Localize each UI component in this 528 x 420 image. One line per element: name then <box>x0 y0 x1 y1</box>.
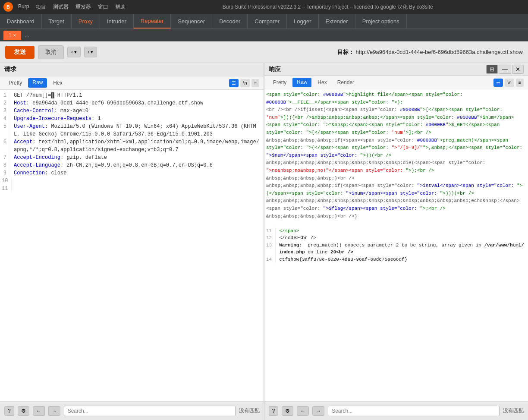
target-display: 目标： http://e9a964da-0cd1-444e-bef6-696db… <box>337 48 523 56</box>
response-tab-pretty[interactable]: Pretty <box>269 78 291 87</box>
bottom-left-settings-btn[interactable]: ⚙ <box>18 406 29 416</box>
response-view-tabs: Pretty Raw Hex Render ☰ \n ≡ <box>264 76 528 89</box>
bottom-right-search-input[interactable] <box>328 406 500 416</box>
request-panel: 请求 Pretty Raw Hex ☰ \n ≡ 1 GET /?num[]=|… <box>0 63 264 401</box>
send-button[interactable]: 发送 <box>5 46 35 59</box>
response-line-11: 11 </span> <box>266 227 526 235</box>
request-line-2: 2 Host: e9a964da-0cd1-444e-bef6-696dbd59… <box>2 99 262 107</box>
response-icon-more[interactable]: ≡ <box>516 79 524 87</box>
menu-window[interactable]: 窗口 <box>98 3 108 11</box>
request-title: 请求 <box>4 66 16 73</box>
response-header: 响应 ⊞ — ✕ <box>264 63 528 76</box>
response-tab-render[interactable]: Render <box>333 78 358 87</box>
main-content: 请求 Pretty Raw Hex ☰ \n ≡ 1 GET /?num[]=|… <box>0 63 528 401</box>
response-icon-wrap[interactable]: \n <box>505 79 514 87</box>
bottom-right-section: ? ⚙ ← → 没有匹配 <box>264 401 528 420</box>
nav-tabs: Dashboard Target Proxy Intruder Repeater… <box>0 14 528 29</box>
response-tab-hex[interactable]: Hex <box>313 78 331 87</box>
bottom-right-next-btn[interactable]: → <box>312 406 324 416</box>
bottom-right-prev-btn[interactable]: ← <box>297 406 309 416</box>
tab-project-options[interactable]: Project options <box>355 14 407 28</box>
tab-intruder[interactable]: Intruder <box>100 14 134 28</box>
request-tab-pretty[interactable]: Pretty <box>4 79 26 87</box>
response-line-14: 14 ctfshow{3aff378e-6020-4d83-96af-68dc7… <box>266 256 526 263</box>
bottom-left-prev-btn[interactable]: ← <box>33 406 45 416</box>
tab-target[interactable]: Target <box>42 14 72 28</box>
layout-split-btn[interactable]: ⊞ <box>486 65 498 74</box>
tab-dashboard[interactable]: Dashboard <box>0 14 42 28</box>
tab-proxy[interactable]: Proxy <box>72 14 100 28</box>
nav-prev-button[interactable]: ‹ ▾ <box>67 47 81 57</box>
request-line-5: 5 User-Agent: Mozilla/5.0 (Windows NT 10… <box>2 123 262 138</box>
bottom-left-search-input[interactable] <box>64 406 236 416</box>
request-tab-raw[interactable]: Raw <box>28 78 47 88</box>
toolbar: 发送 取消 ‹ ▾ › ▾ 目标： http://e9a964da-0cd1-4… <box>0 41 528 63</box>
bottom-right-status: 没有匹配 <box>503 407 524 414</box>
title-bar: B Burp 项目 测试器 重发器 窗口 帮助 Burp Suite Profe… <box>0 0 528 14</box>
request-line-8: 8 Accept-Language: zh-CN,zh;q=0.9,en;q=0… <box>2 161 262 169</box>
request-line-11: 11 <box>2 185 262 193</box>
response-icon-list[interactable]: ☰ <box>493 79 503 87</box>
request-line-3: 3 Cache-Control: max-age=0 <box>2 107 262 115</box>
response-line-12: 12 </code><br /> <box>266 234 526 242</box>
bottom-bar: ? ⚙ ← → 没有匹配 ? ⚙ ← → 没有匹配 <box>0 401 528 420</box>
nav-next-button[interactable]: › ▾ <box>84 47 97 57</box>
request-icon-wrap[interactable]: \n <box>240 79 249 87</box>
request-line-10: 10 <box>2 177 262 185</box>
sub-tab-more[interactable]: ... <box>21 32 33 38</box>
menu-burp[interactable]: Burp <box>18 3 29 11</box>
response-panel: 响应 ⊞ — ✕ Pretty Raw Hex Render ☰ \n ≡ <s… <box>264 63 528 401</box>
tab-decoder[interactable]: Decoder <box>212 14 248 28</box>
layout-horizontal-btn[interactable]: — <box>499 65 511 74</box>
response-code-area[interactable]: <span style="color: #0000BB">highlight_f… <box>264 89 528 401</box>
response-line-13: 13 Warning: preg_match() expects paramet… <box>266 242 526 256</box>
layout-buttons: ⊞ — ✕ <box>486 65 524 74</box>
cancel-button[interactable]: 取消 <box>38 45 64 59</box>
bottom-right-help-btn[interactable]: ? <box>269 406 279 416</box>
bottom-right-settings-btn[interactable]: ⚙ <box>282 406 293 416</box>
menu-test[interactable]: 测试器 <box>53 3 69 11</box>
request-line-4: 4 Upgrade-Insecure-Requests: 1 <box>2 115 262 123</box>
response-view-icons: ☰ \n ≡ <box>493 79 524 87</box>
request-view-icons: ☰ \n ≡ <box>229 79 259 87</box>
response-title: 响应 <box>269 66 281 73</box>
bottom-left-section: ? ⚙ ← → 没有匹配 <box>0 401 264 420</box>
burp-logo: B <box>3 2 13 12</box>
request-icon-more[interactable]: ≡ <box>251 79 259 87</box>
sub-tab-1[interactable]: 1 × <box>3 31 21 40</box>
bottom-left-help-btn[interactable]: ? <box>4 406 14 416</box>
request-line-7: 7 Accept-Encoding: gzip, deflate <box>2 154 262 161</box>
request-view-tabs: Pretty Raw Hex ☰ \n ≡ <box>0 76 264 90</box>
menu-resend[interactable]: 重发器 <box>75 3 91 11</box>
request-icon-list[interactable]: ☰ <box>229 79 239 87</box>
request-line-1: 1 GET /?num[]=| HTTP/1.1 <box>2 92 262 99</box>
layout-close-btn[interactable]: ✕ <box>512 65 524 74</box>
request-code-area[interactable]: 1 GET /?num[]=| HTTP/1.1 2 Host: e9a964d… <box>0 90 264 401</box>
bottom-left-next-btn[interactable]: → <box>48 406 60 416</box>
request-line-9: 9 Connection: close <box>2 169 262 177</box>
menu-project[interactable]: 项目 <box>36 3 46 11</box>
request-tab-hex[interactable]: Hex <box>49 79 66 87</box>
tab-logger[interactable]: Logger <box>287 14 318 28</box>
window-title: Burp Suite Professional v2022.3.2 – Temp… <box>131 3 525 11</box>
sub-tab-bar: 1 × ... <box>0 29 528 41</box>
menu-bar: Burp 项目 测试器 重发器 窗口 帮助 <box>18 3 126 11</box>
request-header: 请求 <box>0 63 264 76</box>
tab-sequencer[interactable]: Sequencer <box>171 14 212 28</box>
response-tab-raw[interactable]: Raw <box>292 78 311 87</box>
tab-repeater[interactable]: Repeater <box>134 14 171 28</box>
bottom-left-status: 没有匹配 <box>239 407 260 414</box>
request-line-6: 6 Accept: text/html,application/xhtml+xm… <box>2 138 262 154</box>
menu-help[interactable]: 帮助 <box>115 3 126 11</box>
tab-extender[interactable]: Extender <box>319 14 355 28</box>
tab-comparer[interactable]: Comparer <box>248 14 287 28</box>
